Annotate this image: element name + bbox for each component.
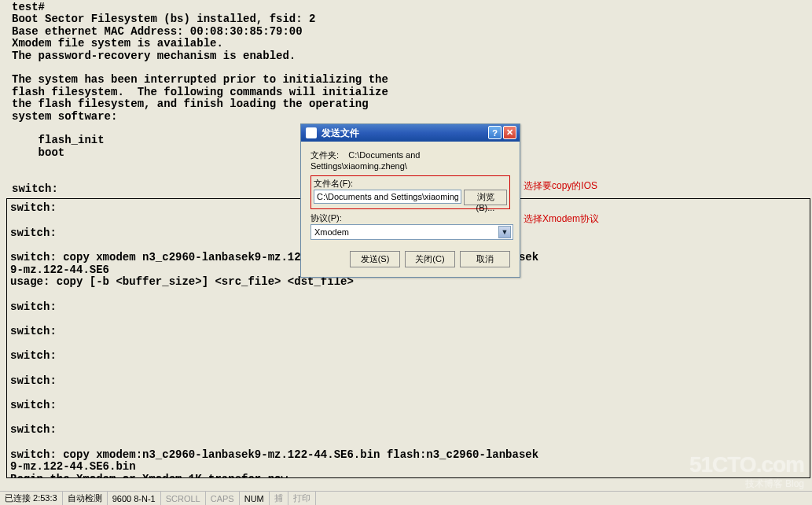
status-scroll: SCROLL [161,492,206,505]
protocol-select[interactable]: Xmodem ▼ [310,224,513,240]
browse-button[interactable]: 浏览(B)... [464,190,507,205]
status-connection: 已连接 2:53:3 [0,492,63,505]
folder-label: 文件夹: [310,150,339,160]
close-icon[interactable]: ✕ [503,126,516,139]
status-bar: 已连接 2:53:3 自动检测 9600 8-N-1 SCROLL CAPS N… [0,491,812,505]
filename-label: 文件名(F): [314,178,507,190]
filename-input[interactable] [314,190,461,204]
annotation-file: 选择要copy的IOS [524,179,597,193]
dialog-title-buttons: ? ✕ [488,126,516,139]
dialog-button-row: 发送(S) 关闭(C) 取消 [310,251,510,267]
watermark-small: 技术博客 Blog [689,477,804,491]
send-button[interactable]: 发送(S) [350,251,400,267]
status-num: NUM [240,492,270,505]
protocol-value: Xmodem [314,227,349,237]
send-file-dialog: 发送文件 ? ✕ 文件夹: C:\Documents and Settings\… [300,123,520,278]
help-button[interactable]: ? [488,126,502,139]
protocol-label: 协议(P): [310,212,510,224]
close-button[interactable]: 关闭(C) [405,251,455,267]
status-capture: 捕 [270,492,288,505]
dialog-body: 文件夹: C:\Documents and Settings\xiaoming.… [301,142,520,277]
dialog-icon [306,127,317,138]
dialog-title-text: 发送文件 [321,127,359,140]
watermark: 51CTO.com 技术博客 Blog [689,452,804,491]
annotation-protocol: 选择Xmodem协议 [524,212,599,226]
dialog-titlebar[interactable]: 发送文件 ? ✕ [301,124,520,142]
status-caps: CAPS [206,492,240,505]
status-baud: 9600 8-N-1 [108,492,161,505]
status-autodetect: 自动检测 [63,492,108,505]
watermark-big: 51CTO.com [689,452,804,477]
cancel-button[interactable]: 取消 [460,251,510,267]
chevron-down-icon: ▼ [498,226,511,238]
filename-group: 文件名(F): 浏览(B)... [310,175,510,209]
status-print: 打印 [288,492,316,505]
